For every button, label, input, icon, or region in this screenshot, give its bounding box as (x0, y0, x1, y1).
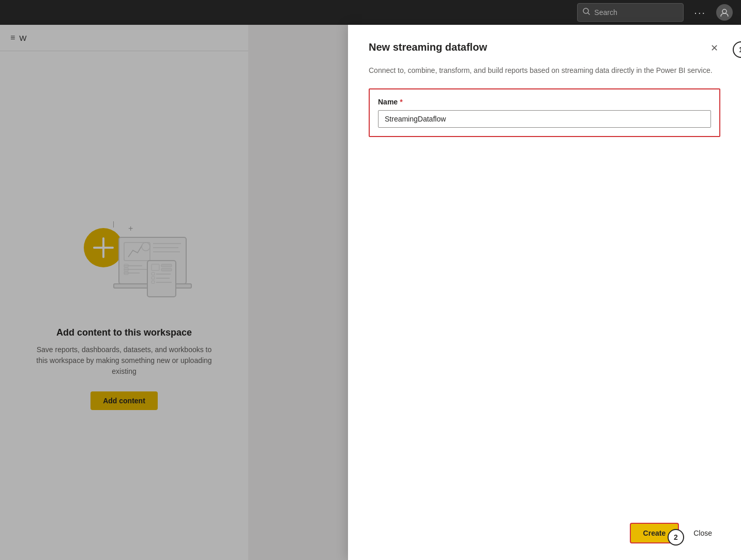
dialog-footer: 2 Create Close (348, 512, 741, 560)
svg-line-1 (588, 13, 589, 14)
required-indicator: * (400, 98, 402, 106)
search-text: Search (594, 8, 617, 17)
name-label: Name * (378, 98, 711, 106)
dialog-panel: New streaming dataflow ✕ 1 Connect to, c… (348, 25, 741, 560)
avatar[interactable] (716, 4, 733, 21)
dialog-body: Name * (348, 88, 741, 512)
topbar: Search ··· (0, 0, 741, 25)
main-area: ≡ W + + | (0, 25, 741, 560)
svg-point-2 (722, 9, 727, 13)
close-button[interactable]: Close (685, 524, 720, 542)
name-input[interactable] (378, 110, 711, 128)
step-1-badge: 1 (733, 41, 741, 58)
search-box[interactable]: Search (577, 3, 684, 22)
dialog-title: New streaming dataflow (369, 41, 487, 53)
step-2-badge: 2 (668, 529, 684, 546)
name-section: Name * (369, 88, 720, 137)
more-options-button[interactable]: ··· (690, 5, 710, 21)
dialog-description: Connect to, combine, transform, and buil… (348, 65, 741, 88)
close-icon-button[interactable]: ✕ (708, 41, 720, 55)
search-icon (583, 8, 590, 17)
dialog-header: New streaming dataflow ✕ 1 (348, 25, 741, 65)
